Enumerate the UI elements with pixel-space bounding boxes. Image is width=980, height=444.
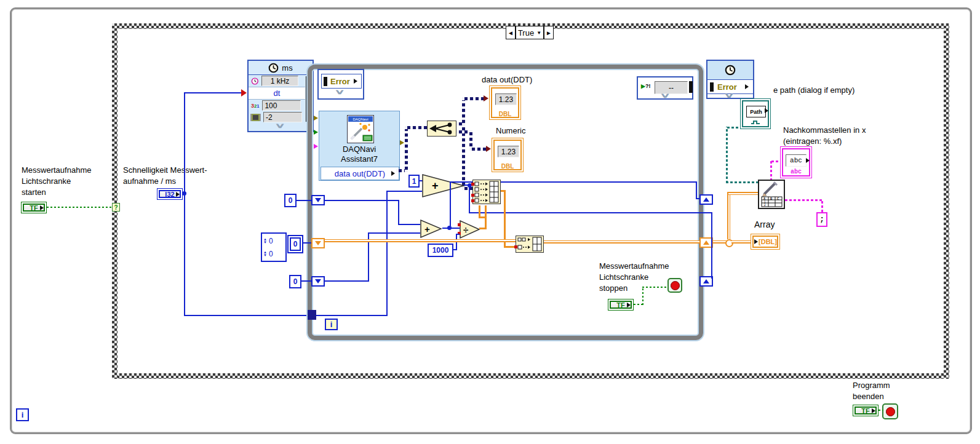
data-out-indicator[interactable]: 1.23 DBL: [489, 85, 521, 120]
timed-loop-right-data-node[interactable]: ▶?! -- ∨: [637, 76, 693, 100]
daqnavi-output-label[interactable]: data out(DDT): [335, 169, 385, 178]
start-label: Messwertaufnahme Lichtschranke starten: [22, 165, 120, 199]
case-structure-border-right[interactable]: [944, 23, 949, 379]
split-signals-node[interactable]: [427, 121, 456, 137]
case-next-button[interactable]: ►: [544, 26, 554, 39]
constant-zero-bottom[interactable]: 0: [289, 275, 301, 288]
case-structure-border-bottom[interactable]: [112, 373, 949, 379]
string-field: abc: [786, 154, 807, 167]
wire-string: [821, 200, 823, 212]
case-selector-tunnel[interactable]: ?: [112, 203, 120, 212]
wire: [303, 242, 311, 244]
dropdown-icon: ▼: [536, 30, 541, 36]
period-field[interactable]: 100: [262, 100, 301, 111]
daqnavi-assistant-node[interactable]: DAQNavi DAQNavi Assistant7 data out(DDT): [319, 111, 400, 181]
add-node-2[interactable]: +: [420, 220, 442, 238]
output-arrow-icon: [765, 108, 771, 113]
source-clock-icon: [251, 77, 260, 85]
wire: [696, 183, 697, 199]
while-loop-iteration-terminal[interactable]: i: [16, 408, 29, 421]
coercion-dot: [514, 245, 517, 248]
program-beenden-tf-terminal[interactable]: TF: [853, 405, 878, 416]
constant-zero-top[interactable]: 0: [284, 194, 297, 207]
add-node[interactable]: +: [422, 174, 465, 197]
plus-glyph: +: [424, 224, 430, 234]
type-tag: DBL: [490, 111, 520, 117]
wire: [696, 198, 699, 199]
rate-field[interactable]: 1 kHz: [261, 76, 298, 86]
while-loop-stop-terminal[interactable]: [882, 403, 898, 419]
start-tf-terminal[interactable]: TF: [21, 202, 47, 213]
wire-string: [785, 199, 823, 201]
wire-path: [726, 127, 728, 183]
timed-loop-left-data-node[interactable]: Error ∨: [317, 69, 364, 100]
period-icon: 321: [251, 103, 259, 109]
divide-node[interactable]: ÷: [460, 220, 480, 239]
dt-field[interactable]: dt: [274, 89, 281, 98]
wire-path: [727, 127, 740, 129]
daqnavi-icon: DAQNavi: [347, 115, 374, 143]
clock-icon: [268, 63, 279, 73]
build-array-node[interactable]: [472, 180, 501, 204]
write-to-spreadsheet-node[interactable]: A B C 1 2: [758, 180, 785, 209]
i32-glyph: I32: [165, 191, 174, 198]
wire: [185, 92, 241, 93]
wire: [325, 200, 399, 201]
priority-field[interactable]: -2: [263, 112, 302, 122]
array-constant[interactable]: ▲▼ 0 ▲▼ 0: [261, 232, 287, 262]
case-structure-border-left[interactable]: [112, 23, 118, 379]
decimals-string-control[interactable]: abc abc: [780, 146, 812, 178]
daqnavi-input-arrow-green: [314, 130, 321, 135]
case-prev-button[interactable]: ◄: [506, 26, 516, 39]
expand-chevron-icon[interactable]: ∨: [274, 122, 285, 130]
wire: [398, 224, 420, 225]
clock-icon: [725, 65, 736, 76]
timed-loop-iteration-terminal[interactable]: i: [325, 319, 338, 330]
bar-icon: [689, 81, 693, 93]
constant-one[interactable]: 1: [408, 175, 420, 188]
append-array-node[interactable]: [516, 236, 544, 253]
index-arrows-icon[interactable]: ▲▼: [263, 238, 267, 244]
wire: [386, 191, 422, 192]
shift-register-left-middle[interactable]: [311, 238, 325, 248]
down-arrow-icon: [315, 279, 321, 287]
output-arrow-icon: [745, 84, 751, 89]
file-path-control[interactable]: Path: [740, 98, 771, 129]
split-signals-icon: [428, 121, 456, 136]
question-glyph: ?: [114, 204, 118, 211]
expand-chevron-icon[interactable]: ∨: [334, 88, 345, 96]
expand-chevron-icon[interactable]: ∨: [659, 92, 671, 100]
expand-chevron-icon[interactable]: ∨: [723, 92, 735, 100]
append-array-icon: [516, 236, 543, 252]
shift-register-left-bottom[interactable]: [311, 276, 325, 287]
index-arrows-icon[interactable]: ▲▼: [263, 251, 267, 257]
output-arrow-icon: [354, 79, 360, 84]
case-selector[interactable]: True ▼: [516, 26, 544, 39]
tf-glyph: TF: [861, 407, 869, 414]
stop-tf-terminal[interactable]: TF: [608, 299, 634, 311]
wire-stop: [642, 287, 667, 288]
up-arrow-icon: [703, 276, 709, 283]
delimiter-constant[interactable]: ;: [816, 212, 827, 227]
coercion-dot: [471, 183, 474, 186]
timed-loop-output-node[interactable]: Error ∨: [706, 60, 754, 99]
wire-ddt: [469, 130, 472, 149]
error-bar-icon: [710, 82, 714, 92]
input-arrow-icon: [754, 239, 760, 244]
array-indicator[interactable]: [DBL]: [751, 234, 780, 250]
wire: [184, 92, 185, 316]
speed-i32-terminal[interactable]: I32: [157, 188, 183, 200]
timed-loop-input-node[interactable]: ms 1 kHz dt 321 100 -2 ∨: [247, 60, 314, 132]
wire: [297, 200, 311, 201]
daqnavi-banner-text: DAQNavi: [353, 117, 368, 121]
wire: [450, 228, 460, 229]
array-label: Array: [754, 219, 797, 231]
shift-register-right-top[interactable]: [699, 194, 713, 205]
constant-thousand[interactable]: 1000: [428, 244, 453, 257]
array-constant-element[interactable]: 0: [287, 235, 303, 253]
shift-register-left-top[interactable]: [311, 195, 325, 205]
string-type-tag: abc: [781, 168, 811, 175]
dt-tunnel[interactable]: [308, 310, 316, 320]
numeric-indicator[interactable]: 1.23 DBL: [492, 138, 524, 172]
up-arrow-icon: [703, 237, 709, 245]
